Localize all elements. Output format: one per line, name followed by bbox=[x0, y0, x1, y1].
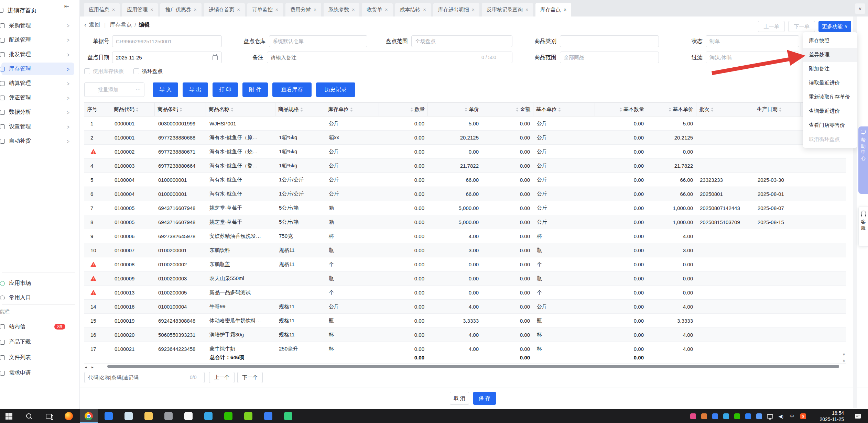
cancel-button[interactable]: 取 消 bbox=[450, 392, 469, 405]
table-row[interactable]: 901000066927382645978安媄苏精油香氛洗发…750克杯0.00… bbox=[84, 229, 846, 243]
table-row[interactable]: 801000056943716607948姚芝堂-草莓干5公斤/箱箱0.005,… bbox=[84, 215, 846, 229]
tab-1[interactable]: 应用信息× bbox=[84, 3, 120, 16]
sidebar-item-4[interactable]: 库存管理> bbox=[1, 63, 74, 75]
quick-find-input[interactable] bbox=[84, 372, 205, 383]
tab-close-icon[interactable]: × bbox=[385, 7, 388, 12]
toolbar-button-6[interactable]: 历史记录 bbox=[316, 82, 355, 97]
tab-close-icon[interactable]: × bbox=[352, 7, 355, 12]
column-header-base_qty[interactable]: 基本数量 bbox=[595, 103, 647, 116]
toolbar-button-1[interactable]: 导 入 bbox=[153, 82, 178, 97]
mail-app-icon[interactable] bbox=[100, 409, 118, 423]
menu-item-1[interactable]: 库存快照 bbox=[803, 34, 857, 48]
m-tray-icon[interactable] bbox=[710, 409, 720, 423]
table-row[interactable]: 100000010030000001999WJHSP001公斤0.005.000… bbox=[84, 116, 846, 131]
sort-icon[interactable] bbox=[711, 108, 714, 112]
status-input[interactable] bbox=[706, 35, 799, 47]
table-row[interactable]: !01000080100200002东鹏瓶盖规格11个0.000.000.00个… bbox=[84, 257, 846, 271]
sidebar-item-3[interactable]: 批发管理> bbox=[1, 48, 74, 61]
tab-close-icon[interactable]: × bbox=[194, 7, 196, 12]
checkbox-box-icon[interactable] bbox=[84, 68, 90, 74]
calendar-icon[interactable] bbox=[213, 55, 218, 60]
tab-close-icon[interactable]: × bbox=[237, 7, 240, 12]
tab-4[interactable]: 进销存首页× bbox=[204, 3, 245, 16]
column-header-date[interactable]: 生产日期 bbox=[754, 103, 801, 116]
firefox-icon[interactable] bbox=[60, 409, 78, 423]
save-button[interactable]: 保 存 bbox=[473, 392, 496, 405]
back-arrow-icon[interactable]: ‹ bbox=[84, 21, 86, 29]
prev-bill-button[interactable]: 上一单 bbox=[758, 21, 785, 32]
tab-close-icon[interactable]: × bbox=[423, 7, 426, 12]
sidebar-item-6[interactable]: 凭证管理> bbox=[1, 91, 74, 104]
sidebar-tool-item-3[interactable]: 文件列表 bbox=[1, 351, 74, 364]
chat-app-icon[interactable] bbox=[279, 409, 297, 423]
sort-icon[interactable] bbox=[410, 108, 413, 112]
column-header-price[interactable]: 单价 bbox=[428, 103, 482, 116]
sidebar-item-2[interactable]: 配送管理> bbox=[1, 34, 74, 46]
more-functions-button[interactable]: 更多功能 ∨ bbox=[818, 21, 851, 32]
goods-scope-input[interactable] bbox=[560, 52, 659, 63]
notify-dot-icon[interactable] bbox=[743, 409, 753, 423]
chrome-icon[interactable] bbox=[80, 409, 98, 423]
column-header-code[interactable]: 商品代码 bbox=[111, 103, 155, 116]
menu-item-5[interactable]: 重新读取库存单价 bbox=[803, 90, 857, 104]
tab-3[interactable]: 推广优惠券× bbox=[160, 3, 201, 16]
sort-icon[interactable] bbox=[619, 108, 622, 112]
tab-5[interactable]: 订单监控× bbox=[247, 3, 283, 16]
cloud-tray-icon[interactable] bbox=[754, 409, 764, 423]
file-explorer-icon[interactable] bbox=[140, 409, 158, 423]
date-input[interactable] bbox=[112, 52, 222, 63]
hscroll-left-icon[interactable]: ◂ bbox=[85, 365, 87, 369]
sidebar-secondary-item-2[interactable]: 常用入口 bbox=[1, 291, 74, 304]
sidebar-item-7[interactable]: 数据分析> bbox=[1, 106, 74, 119]
java-tray-icon[interactable] bbox=[699, 409, 709, 423]
toolbar-button-5[interactable]: 查看库存 bbox=[272, 82, 312, 97]
warehouse-input[interactable] bbox=[269, 35, 367, 47]
sidebar-item-1[interactable]: 采购管理> bbox=[1, 19, 74, 32]
table-row[interactable]: 201000016977238880688海有水-鱿鱼仔（原…1箱*5kg箱xx… bbox=[84, 131, 846, 145]
column-header-base_unit[interactable]: 基本单位 bbox=[533, 103, 595, 116]
settings-gear-icon[interactable] bbox=[160, 409, 177, 423]
table-row[interactable]: 1001000070100200001东鹏饮料规格11瓶0.003.000.00… bbox=[84, 243, 846, 257]
next-bill-button[interactable]: 下一单 bbox=[788, 21, 815, 32]
ime-icon[interactable]: 中 bbox=[787, 409, 797, 423]
notification-center-icon[interactable] bbox=[850, 409, 865, 423]
start-icon[interactable] bbox=[0, 409, 18, 423]
horizontal-scrollbar-thumb[interactable] bbox=[107, 365, 839, 368]
sort-icon[interactable] bbox=[465, 108, 467, 112]
column-header-num[interactable]: 序号 bbox=[84, 103, 111, 116]
search-icon[interactable] bbox=[20, 409, 38, 423]
sogou-icon[interactable]: S bbox=[798, 409, 808, 423]
toolbar-button-4[interactable]: 附 件 bbox=[242, 82, 268, 97]
tab-overflow-chevron-icon[interactable]: ∨ bbox=[855, 3, 865, 14]
tab-close-icon[interactable]: × bbox=[275, 7, 278, 12]
table-row[interactable]: 1601000205060550393231润培护手霜30g规格11杯0.004… bbox=[84, 328, 846, 342]
table-body[interactable]: 100000010030000001999WJHSP001公斤0.005.000… bbox=[84, 116, 846, 352]
column-header-base_price[interactable]: 基本单价 bbox=[647, 103, 696, 116]
media-play-icon[interactable] bbox=[180, 409, 197, 423]
toolbar-button-3[interactable]: 打 印 bbox=[213, 82, 238, 97]
sort-icon[interactable] bbox=[300, 108, 303, 112]
table-row[interactable]: 1401000160100100004牛哥99规格11公斤0.004.000.0… bbox=[84, 300, 846, 314]
scope-input[interactable] bbox=[411, 35, 512, 47]
table-row[interactable]: 1501000196924248308848体动哈密瓜牛奶饮料…规格11瓶0.0… bbox=[84, 314, 846, 328]
tab-12[interactable]: 库存盘点× bbox=[535, 3, 571, 16]
sort-icon[interactable] bbox=[231, 108, 234, 112]
tab-7[interactable]: 系统参数× bbox=[324, 3, 359, 16]
sort-icon[interactable] bbox=[779, 108, 782, 112]
batch-add-button[interactable]: 批量添加 bbox=[84, 82, 132, 97]
table-row[interactable]: 501000040100000001海有水-鱿鱼仔1公斤/公斤公斤0.0066.… bbox=[84, 173, 846, 187]
sort-icon[interactable] bbox=[136, 108, 139, 112]
column-header-batch[interactable]: 批次 bbox=[696, 103, 754, 116]
sort-icon[interactable] bbox=[350, 108, 353, 112]
menu-item-3[interactable]: 附加备注 bbox=[803, 62, 857, 76]
tab-close-icon[interactable]: × bbox=[112, 7, 115, 12]
collapse-sidebar-icon[interactable]: ⇤ bbox=[64, 3, 69, 10]
sidebar-item-5[interactable]: 结算管理> bbox=[1, 77, 74, 90]
tab-close-icon[interactable]: × bbox=[150, 7, 153, 12]
filter-input[interactable] bbox=[706, 52, 799, 63]
hscroll-right-icon[interactable]: ▸ bbox=[91, 365, 94, 369]
checkbox-box-icon[interactable] bbox=[133, 68, 139, 74]
tab-2[interactable]: 应用管理× bbox=[122, 3, 158, 16]
horizontal-scrollbar[interactable] bbox=[103, 365, 846, 368]
taskbar-clock[interactable]: 16:54 2025-11-25 bbox=[820, 410, 844, 422]
